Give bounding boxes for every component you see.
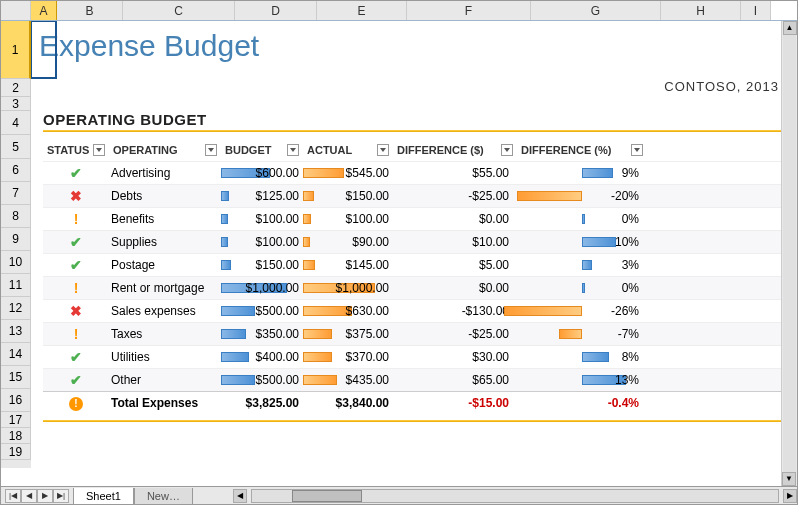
operating-cell: Advertising	[109, 166, 221, 180]
filter-dropdown-icon[interactable]	[287, 144, 299, 156]
spreadsheet-grid[interactable]: Expense Budget CONTOSO, 2013 OPERATING B…	[31, 21, 797, 468]
pct-cell: -26%	[517, 304, 647, 318]
filter-dropdown-icon[interactable]	[631, 144, 643, 156]
pct-cell: 10%	[517, 235, 647, 249]
status-cell: ✔	[43, 234, 109, 250]
horizontal-scrollbar[interactable]	[251, 489, 779, 503]
filter-dropdown-icon[interactable]	[377, 144, 389, 156]
next-sheet-icon[interactable]: ▶	[37, 489, 53, 503]
scroll-down-icon[interactable]: ▼	[782, 472, 796, 486]
warning-icon: !	[74, 280, 79, 296]
row-header-13[interactable]: 13	[1, 320, 31, 343]
col-header-B[interactable]: B	[57, 1, 123, 20]
row-header-5[interactable]: 5	[1, 135, 31, 159]
total-diff: -$15.00	[393, 396, 517, 410]
check-icon: ✔	[70, 349, 82, 365]
total-budget: $3,825.00	[221, 396, 303, 410]
check-icon: ✔	[70, 234, 82, 250]
table-row: ✔Postage$150.00$145.00$5.003%	[43, 253, 785, 276]
scrollbar-track[interactable]	[783, 35, 796, 472]
scroll-right-icon[interactable]: ▶	[783, 489, 797, 503]
row-header-10[interactable]: 10	[1, 251, 31, 274]
select-all-corner[interactable]	[1, 1, 31, 20]
section-title: OPERATING BUDGET	[31, 111, 797, 128]
row-header-3[interactable]: 3	[1, 97, 31, 111]
status-cell: ✔	[43, 349, 109, 365]
row-header-9[interactable]: 9	[1, 228, 31, 251]
vertical-scrollbar[interactable]: ▲ ▼	[781, 21, 797, 486]
col-header-I[interactable]: I	[741, 1, 771, 20]
actual-cell: $90.00	[303, 235, 393, 249]
col-header-A[interactable]: A	[31, 1, 57, 20]
col-header-D[interactable]: D	[235, 1, 317, 20]
budget-cell: $500.00	[221, 304, 303, 318]
status-cell: !	[43, 326, 109, 342]
bottom-underline	[43, 420, 785, 422]
operating-cell: Debts	[109, 189, 221, 203]
actual-cell: $100.00	[303, 212, 393, 226]
status-cell: ✔	[43, 165, 109, 181]
actual-cell: $630.00	[303, 304, 393, 318]
page-title: Expense Budget	[31, 21, 797, 63]
col-header-E[interactable]: E	[317, 1, 407, 20]
table-row: ✔Other$500.00$435.00$65.0013%	[43, 368, 785, 391]
prev-sheet-icon[interactable]: ◀	[21, 489, 37, 503]
tab-new[interactable]: New…	[134, 488, 193, 504]
actual-cell: $435.00	[303, 373, 393, 387]
scroll-up-icon[interactable]: ▲	[783, 21, 797, 35]
warning-icon: !	[74, 211, 79, 227]
actual-cell: $145.00	[303, 258, 393, 272]
row-header-19[interactable]: 19	[1, 444, 31, 460]
table-row: ✔Supplies$100.00$90.00$10.0010%	[43, 230, 785, 253]
row-header-17[interactable]: 17	[1, 412, 31, 428]
tab-sheet1[interactable]: Sheet1	[73, 488, 134, 504]
row-header-2[interactable]: 2	[1, 79, 31, 97]
check-icon: ✔	[70, 165, 82, 181]
row-header-11[interactable]: 11	[1, 274, 31, 297]
filter-dropdown-icon[interactable]	[501, 144, 513, 156]
row-header-18[interactable]: 18	[1, 428, 31, 444]
pct-cell: 3%	[517, 258, 647, 272]
budget-table: STATUS OPERATING BUDGET ACTUAL DIFFERENC…	[43, 139, 785, 414]
pct-cell: 0%	[517, 281, 647, 295]
actual-cell: $375.00	[303, 327, 393, 341]
col-header-G[interactable]: G	[531, 1, 661, 20]
status-cell: !	[43, 211, 109, 227]
total-actual: $3,840.00	[303, 396, 393, 410]
diff-cell: $5.00	[393, 258, 517, 272]
diff-cell: $30.00	[393, 350, 517, 364]
row-header-12[interactable]: 12	[1, 297, 31, 320]
col-header-C[interactable]: C	[123, 1, 235, 20]
scroll-left-icon[interactable]: ◀	[233, 489, 247, 503]
diff-cell: $55.00	[393, 166, 517, 180]
row-header-4[interactable]: 4	[1, 111, 31, 135]
row-header-7[interactable]: 7	[1, 182, 31, 205]
warning-icon: !	[74, 326, 79, 342]
row-header-16[interactable]: 16	[1, 389, 31, 412]
status-cell: ✔	[43, 372, 109, 388]
col-header-F[interactable]: F	[407, 1, 531, 20]
row-header-14[interactable]: 14	[1, 343, 31, 366]
section-underline	[43, 130, 785, 132]
row-header-6[interactable]: 6	[1, 159, 31, 182]
table-row: ✖Debts$125.00$150.00-$25.00-20%	[43, 184, 785, 207]
table-row: !Rent or mortgage$1,000.00$1,000.00$0.00…	[43, 276, 785, 299]
sheet-tabs-bar: |◀ ◀ ▶ ▶| Sheet1 New… ◀ ▶	[1, 486, 797, 504]
budget-cell: $100.00	[221, 212, 303, 226]
status-cell: ✖	[43, 303, 109, 319]
filter-dropdown-icon[interactable]	[93, 144, 105, 156]
x-icon: ✖	[70, 188, 82, 204]
column-headers: A B C D E F G H I	[1, 1, 797, 21]
row-header-15[interactable]: 15	[1, 366, 31, 389]
pct-cell: -20%	[517, 189, 647, 203]
col-header-H[interactable]: H	[661, 1, 741, 20]
row-header-8[interactable]: 8	[1, 205, 31, 228]
row-header-1[interactable]: 1	[1, 21, 31, 79]
scrollbar-thumb[interactable]	[292, 490, 362, 502]
last-sheet-icon[interactable]: ▶|	[53, 489, 69, 503]
total-pct: -0.4%	[517, 396, 647, 410]
table-row-total: ! Total Expenses $3,825.00 $3,840.00 -$1…	[43, 391, 785, 414]
filter-dropdown-icon[interactable]	[205, 144, 217, 156]
first-sheet-icon[interactable]: |◀	[5, 489, 21, 503]
operating-cell: Taxes	[109, 327, 221, 341]
